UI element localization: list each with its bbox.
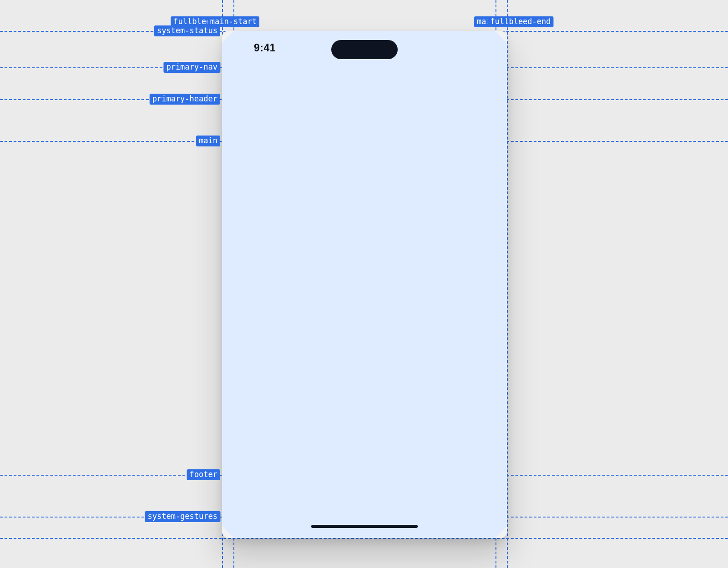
- label-primary-header: primary-header: [150, 94, 220, 105]
- status-time: 9:41: [254, 42, 276, 54]
- guide-fullbleed-end: [507, 0, 508, 568]
- device-corner: [222, 526, 234, 538]
- device-corner: [495, 31, 507, 43]
- home-indicator[interactable]: [311, 525, 418, 528]
- label-footer: footer: [187, 469, 220, 480]
- label-primary-nav: primary-nav: [163, 62, 220, 73]
- label-main: main: [196, 136, 220, 146]
- device-corner: [495, 526, 507, 538]
- guide-device-bottom: [0, 538, 728, 539]
- label-fullbleed-end: fullbleed-end: [487, 16, 553, 27]
- device-corner: [222, 31, 234, 43]
- dynamic-island: [331, 40, 398, 59]
- label-system-gestures: system-gestures: [145, 511, 220, 522]
- device-frame: 9:41: [222, 31, 507, 538]
- label-system-status: system-status: [154, 25, 220, 36]
